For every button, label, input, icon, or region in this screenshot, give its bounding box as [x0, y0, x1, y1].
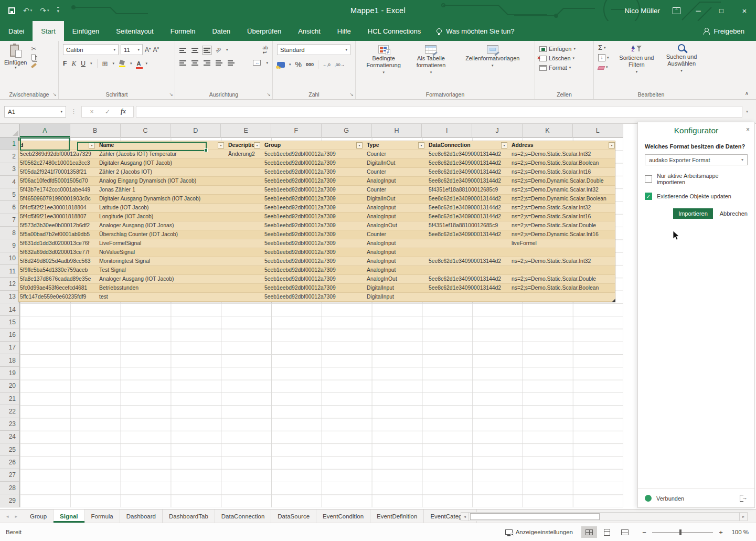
- table-cell[interactable]: Änderung2: [225, 150, 261, 158]
- table-cell[interactable]: AnalogInput: [364, 266, 425, 274]
- sheet-tab-dashboard[interactable]: Dashboard: [120, 510, 163, 523]
- tab-seitenlayout[interactable]: Seitenlayout: [108, 21, 162, 41]
- table-header-cell[interactable]: Description▾: [225, 141, 261, 150]
- table-cell[interactable]: [225, 204, 261, 212]
- row-header-3[interactable]: 3: [0, 163, 20, 176]
- row-header-19[interactable]: 19: [0, 367, 20, 379]
- format-select[interactable]: audako Exporter Format ▾: [645, 154, 748, 165]
- underline-button[interactable]: U: [81, 60, 86, 67]
- table-cell[interactable]: 5ffc147de559e0e60235fdf9: [19, 293, 96, 301]
- autosum-button[interactable]: Σ▾: [598, 44, 609, 51]
- table-cell[interactable]: ns=2;s=Demo.Static.Scalar.Double: [508, 275, 616, 283]
- filter-dropdown-icon[interactable]: ▾: [609, 142, 615, 148]
- table-cell[interactable]: 5eeb1eebd92dbf00012a7309: [261, 213, 364, 221]
- table-cell[interactable]: Jonas Zähler 1: [96, 186, 225, 194]
- percent-style-button[interactable]: %: [295, 60, 302, 69]
- accounting-format-button[interactable]: [277, 62, 285, 68]
- italic-button[interactable]: K: [72, 60, 76, 68]
- table-cell[interactable]: Zähler (Jacobs IOT) Temperatur: [96, 150, 225, 158]
- table-cell[interactable]: Digitaler Ausgang Dynamisch (IOT Jacob): [96, 195, 225, 203]
- table-cell[interactable]: [508, 266, 616, 274]
- number-format-select[interactable]: Standard▾: [277, 44, 350, 55]
- table-cell[interactable]: ns=2;s=Demo.Static.Scalar.Int16: [508, 213, 616, 221]
- ribbon-display-options-icon[interactable]: ^: [673, 7, 680, 14]
- table-cell[interactable]: [225, 213, 261, 221]
- table-cell[interactable]: [225, 257, 261, 266]
- column-header-B[interactable]: B: [70, 124, 121, 137]
- dialog-launcher-icon[interactable]: ↘: [267, 92, 271, 97]
- table-cell[interactable]: 5f4351ef18a88100012685c9: [425, 186, 508, 194]
- tab-start[interactable]: Start: [33, 21, 63, 41]
- table-header-cell[interactable]: Name▾: [96, 141, 225, 150]
- fill-button[interactable]: ↓▾: [598, 54, 609, 61]
- column-header-F[interactable]: F: [271, 124, 322, 137]
- table-cell[interactable]: [225, 293, 261, 301]
- collapse-ribbon-icon[interactable]: ∧: [745, 90, 749, 96]
- normal-view-button[interactable]: [581, 526, 597, 538]
- row-header-17[interactable]: 17: [0, 342, 20, 354]
- filter-dropdown-icon[interactable]: ▾: [418, 142, 424, 148]
- row-header-20[interactable]: 20: [0, 380, 20, 393]
- table-cell[interactable]: 5eeb1eebd92dbf00012a7309: [261, 239, 364, 248]
- table-cell[interactable]: [225, 266, 261, 274]
- row-header-15[interactable]: 15: [0, 316, 20, 328]
- table-cell[interactable]: ns=2;s=Demo.Dynamic.Scalar.Int32: [508, 186, 616, 194]
- table-cell[interactable]: Test Signal: [96, 266, 225, 274]
- filter-dropdown-icon[interactable]: ▾: [254, 142, 260, 148]
- row-header-8[interactable]: 8: [0, 227, 20, 239]
- table-cell[interactable]: 5eeb1eebd92dbf00012a7309: [261, 230, 364, 239]
- scroll-right-icon[interactable]: ▸: [739, 512, 748, 521]
- clear-button[interactable]: ▾: [598, 65, 609, 70]
- table-cell[interactable]: 5ee8c62d1e340900013144d2: [425, 168, 508, 176]
- row-header-13[interactable]: 13: [0, 291, 20, 303]
- formula-enter-icon[interactable]: ✓: [100, 108, 115, 115]
- table-header-cell[interactable]: Group▾: [261, 141, 364, 150]
- table-cell[interactable]: 5ee8c62d1e340900013144d2: [425, 230, 508, 239]
- table-cell[interactable]: ns=2;s=Demo.Static.Scalar.Int32: [508, 204, 616, 212]
- row-header-4[interactable]: 4: [0, 176, 20, 188]
- table-cell[interactable]: 5f9ffe5ba54d1330e759aceb: [19, 266, 96, 274]
- tab-einfügen[interactable]: Einfügen: [64, 21, 108, 41]
- table-cell[interactable]: 5ee8c62d1e340900013144d2: [425, 150, 508, 158]
- filter-dropdown-icon[interactable]: ▾: [356, 142, 363, 148]
- table-cell[interactable]: 5f631dd1dd3d0200013ce76f: [19, 239, 96, 248]
- table-cell[interactable]: 5eeb1eebd92dbf00012a7309: [261, 284, 364, 292]
- dialog-launcher-icon[interactable]: ↘: [52, 92, 57, 97]
- column-header-G[interactable]: G: [322, 124, 372, 137]
- table-cell[interactable]: 5eeb1eebd92dbf00012a7309: [261, 150, 364, 158]
- table-cell[interactable]: Analog Eingang Dynamisch (IOT Jacob): [96, 177, 225, 185]
- decrease-font-size-button[interactable]: A▾: [153, 46, 159, 54]
- table-header-cell[interactable]: d▾: [19, 141, 96, 150]
- table-cell[interactable]: [225, 221, 261, 230]
- table-cell[interactable]: 5f573d3b30ee0b00012b6df2: [19, 221, 96, 230]
- table-cell[interactable]: 5f05da2f9241f70001358f21: [19, 168, 96, 176]
- table-cell[interactable]: 5f4351ef18a88100012685c9: [425, 221, 508, 230]
- table-cell[interactable]: [425, 239, 508, 248]
- find-select-button[interactable]: Suchen und Auswählen ▾: [659, 44, 704, 75]
- table-cell[interactable]: 5eeb1eebd92dbf00012a7309: [261, 257, 364, 266]
- decrease-indent-button[interactable]: [216, 60, 222, 66]
- table-cell[interactable]: AnalogInput: [364, 257, 425, 266]
- formula-bar-handle[interactable]: ⋮: [71, 108, 77, 115]
- page-break-view-button[interactable]: [617, 526, 633, 538]
- table-cell[interactable]: liveFormel: [508, 239, 616, 248]
- align-center-button[interactable]: [191, 60, 198, 66]
- column-header-J[interactable]: J: [472, 124, 523, 137]
- logout-icon[interactable]: [740, 495, 748, 502]
- table-cell[interactable]: 5f632a69dd3d0200013ce77f: [19, 248, 96, 257]
- table-cell[interactable]: 5ee8c62d1e340900013144d2: [425, 204, 508, 212]
- scrollbar-track[interactable]: [469, 512, 739, 521]
- table-cell[interactable]: 5eeb1eebd92dbf00012a7309: [261, 204, 364, 212]
- font-name-select[interactable]: Calibri▾: [63, 44, 119, 55]
- table-cell[interactable]: [425, 248, 508, 257]
- table-cell[interactable]: 5eeb1eebd92dbf00012a7309: [261, 275, 364, 283]
- row-header-21[interactable]: 21: [0, 393, 20, 405]
- borders-button[interactable]: ⊞: [102, 60, 108, 67]
- table-cell[interactable]: [425, 266, 508, 274]
- sheet-tab-eventcondition[interactable]: EventCondition: [316, 510, 370, 523]
- table-cell[interactable]: Monitoringtest Signal: [96, 257, 225, 266]
- copy-button[interactable]: [31, 55, 36, 60]
- table-cell[interactable]: AnalogInput: [364, 177, 425, 185]
- zoom-out-button[interactable]: −: [641, 528, 647, 536]
- row-header-7[interactable]: 7: [0, 214, 20, 227]
